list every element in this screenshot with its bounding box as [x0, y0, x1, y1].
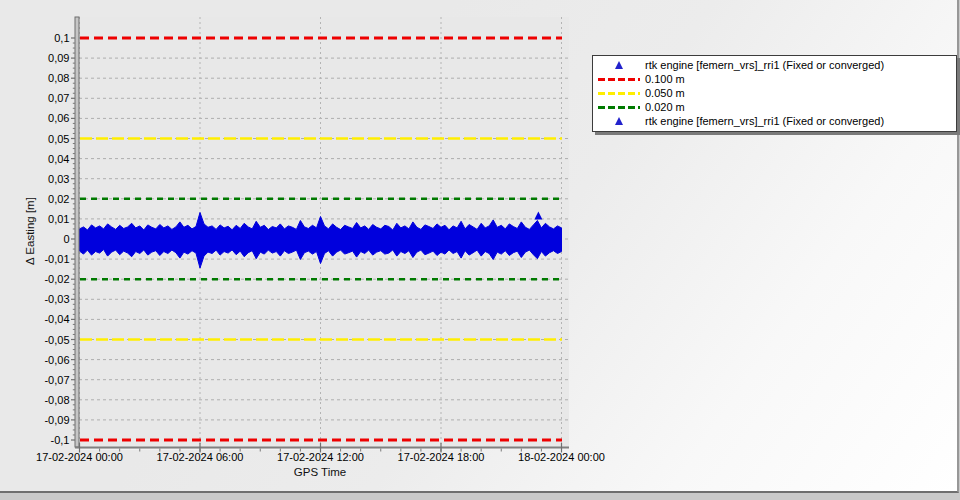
y-tick-label: -0,09: [44, 414, 69, 426]
y-tick-label: -0,06: [44, 354, 69, 366]
y-axis-title: Δ Easting [m]: [24, 197, 36, 265]
legend-item-label: 0.050 m: [645, 87, 685, 99]
y-tick-label: -0,07: [44, 374, 69, 386]
x-tick-label: 17-02-2024 18:00: [398, 451, 485, 463]
y-tick-label: 0: [63, 233, 69, 245]
y-tick-label: 0,03: [48, 173, 69, 185]
legend-marker-triangle: [593, 61, 645, 69]
y-tick-label: 0,04: [48, 153, 69, 165]
triangle-marker-icon: [615, 61, 623, 69]
dash-line-icon: [598, 106, 640, 109]
y-tick-label: -0,04: [44, 313, 69, 325]
legend-item: 0.050 m: [593, 86, 956, 100]
y-tick-label: -0,08: [44, 394, 69, 406]
legend: rtk engine [femern_vrs]_rri1 (Fixed or c…: [592, 55, 957, 132]
y-tick-label: 0,07: [48, 92, 69, 104]
dash-line-icon: [598, 78, 640, 81]
y-tick-label: -0,03: [44, 293, 69, 305]
y-axis-line: [75, 17, 79, 447]
legend-item-label: rtk engine [femern_vrs]_rri1 (Fixed or c…: [645, 115, 884, 127]
x-tick-label: 17-02-2024 06:00: [157, 451, 244, 463]
x-axis-title: GPS Time: [79, 466, 561, 478]
legend-item-label: 0.100 m: [645, 73, 685, 85]
legend-item: 0.020 m: [593, 100, 956, 114]
legend-item: rtk engine [femern_vrs]_rri1 (Fixed or c…: [593, 114, 956, 128]
y-tick-label: 0,02: [48, 193, 69, 205]
legend-marker-dashes: [593, 92, 645, 95]
legend-item-label: rtk engine [femern_vrs]_rri1 (Fixed or c…: [645, 59, 884, 71]
legend-marker-triangle: [593, 117, 645, 125]
legend-marker-dashes: [593, 106, 645, 109]
legend-item-label: 0.020 m: [645, 101, 685, 113]
x-tick-label: 17-02-2024 12:00: [277, 451, 364, 463]
chart-window: 0,10,090,080,070,060,050,040,030,020,010…: [0, 0, 960, 500]
triangle-marker-icon: [615, 117, 623, 125]
legend-item: rtk engine [femern_vrs]_rri1 (Fixed or c…: [593, 58, 956, 72]
y-tick-label: 0,09: [48, 52, 69, 64]
y-tick-label: -0,01: [44, 253, 69, 265]
y-tick-label: 0,05: [48, 133, 69, 145]
dash-line-icon: [598, 92, 640, 95]
y-tick-label: -0,02: [44, 273, 69, 285]
y-tick-label: -0,1: [51, 434, 70, 446]
x-tick-label: 17-02-2024 00:00: [36, 451, 123, 463]
legend-marker-dashes: [593, 78, 645, 81]
y-tick-label: 0,06: [48, 112, 69, 124]
y-tick-label: 0,1: [54, 32, 69, 44]
legend-item: 0.100 m: [593, 72, 956, 86]
chart-panel: 0,10,090,080,070,060,050,040,030,020,010…: [0, 0, 959, 493]
y-tick-label: 0,08: [48, 72, 69, 84]
y-tick-label: 0,01: [48, 213, 69, 225]
y-tick-label: -0,05: [44, 334, 69, 346]
x-tick-label: 18-02-2024 00:00: [518, 451, 605, 463]
